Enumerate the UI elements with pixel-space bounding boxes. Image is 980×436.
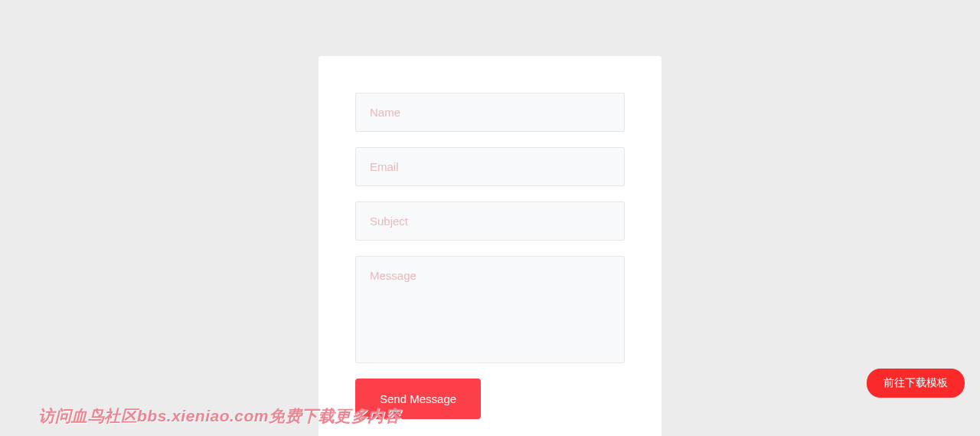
download-template-button[interactable]: 前往下载模板 <box>867 369 965 398</box>
contact-form-card: Send Message <box>318 56 662 436</box>
email-input[interactable] <box>355 147 625 186</box>
name-input[interactable] <box>355 93 625 132</box>
subject-input[interactable] <box>355 202 625 241</box>
message-textarea[interactable] <box>355 256 625 363</box>
watermark-text: 访问血鸟社区bbs.xieniao.com免费下载更多内容 <box>38 405 400 427</box>
